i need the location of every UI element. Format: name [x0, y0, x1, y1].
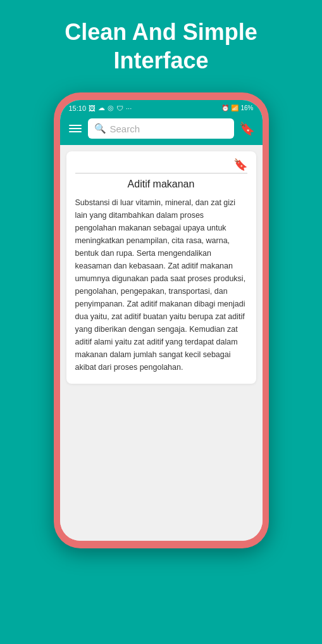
- menu-line-2: [69, 128, 82, 129]
- phone-mockup: 15:10 🖼 ☁ ◎ 🛡 ··· ⏰ 📶 16%: [54, 92, 269, 548]
- app-bar: 🔍 Search 🔖: [60, 115, 263, 145]
- more-icon: ···: [126, 104, 132, 112]
- card-title: Aditif makanan: [75, 179, 247, 190]
- card-bookmark-icon[interactable]: 🔖: [233, 158, 247, 172]
- card-body: Substansi di luar vitamin, mineral, dan …: [75, 196, 247, 374]
- shield-icon: 🛡: [116, 104, 123, 112]
- search-placeholder: Search: [110, 123, 140, 134]
- battery-text: 16%: [240, 104, 253, 111]
- page-title: Clean And Simple Interface: [46, 18, 276, 75]
- card-header: 🔖: [75, 158, 247, 172]
- article-card: 🔖 Aditif makanan Substansi di luar vitam…: [66, 151, 256, 384]
- cloud-icon: ☁: [98, 104, 105, 112]
- search-box[interactable]: 🔍 Search: [88, 118, 234, 139]
- location-icon: ◎: [108, 104, 114, 112]
- signal-icon: 📶: [231, 104, 238, 111]
- menu-button[interactable]: [68, 123, 83, 134]
- menu-line-3: [69, 131, 82, 132]
- photo-icon: 🖼: [89, 104, 96, 112]
- content-area: 🔖 Aditif makanan Substansi di luar vitam…: [60, 145, 263, 541]
- status-time: 15:10: [69, 104, 87, 112]
- search-icon: 🔍: [94, 123, 106, 134]
- status-bar-left: 15:10 🖼 ☁ ◎ 🛡 ···: [69, 104, 132, 112]
- status-bar: 15:10 🖼 ☁ ◎ 🛡 ··· ⏰ 📶 16%: [60, 100, 263, 115]
- menu-line-1: [69, 125, 82, 126]
- status-bar-right: ⏰ 📶 16%: [221, 104, 253, 111]
- alarm-icon: ⏰: [221, 104, 229, 111]
- card-divider: [75, 173, 247, 174]
- bookmark-button[interactable]: 🔖: [239, 121, 255, 136]
- phone-screen: 15:10 🖼 ☁ ◎ 🛡 ··· ⏰ 📶 16%: [60, 100, 263, 541]
